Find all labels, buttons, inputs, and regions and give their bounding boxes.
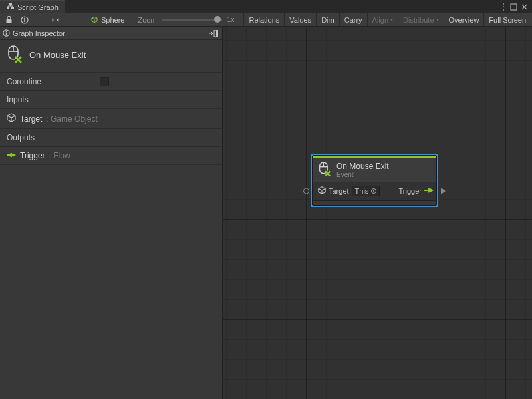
window-controls: ⋮: [495, 0, 532, 13]
output-type: : Flow: [49, 151, 70, 160]
tab-script-graph[interactable]: Script Graph: [0, 0, 65, 13]
toolbar-btn-carry[interactable]: Carry: [339, 13, 367, 26]
object-label: Sphere: [101, 16, 124, 24]
node-title-block: On Mouse Exit: [0, 40, 222, 73]
object-picker-icon[interactable]: [371, 188, 376, 194]
property-label: Coroutine: [7, 77, 93, 86]
info-button[interactable]: [17, 14, 32, 26]
maximize-icon[interactable]: [509, 3, 518, 11]
input-type: : Game Object: [46, 114, 97, 124]
collapse-button[interactable]: [207, 29, 219, 38]
tab-label: Script Graph: [17, 3, 59, 11]
node-on-mouse-exit[interactable]: On Mouse Exit Event Target This Trigger: [312, 155, 437, 206]
inputs-section-header: Inputs: [0, 91, 222, 109]
flow-arrow-icon: [7, 151, 16, 160]
cube-icon: [7, 113, 16, 124]
svg-point-9: [6, 31, 7, 32]
target-value-text: This: [355, 187, 369, 195]
cube-icon: [318, 186, 326, 196]
more-icon[interactable]: ⋮: [499, 3, 507, 11]
flow-arrow-icon: [424, 187, 434, 195]
node-footer: [313, 200, 436, 205]
toolbar: Sphere Zoom 1x Relations Values Dim Carr…: [0, 13, 532, 27]
canvas-grid: [223, 27, 532, 399]
node-output-label: Trigger: [399, 187, 422, 195]
zoom-value: 1x: [227, 16, 235, 23]
svg-rect-4: [6, 19, 11, 23]
tab-bar: Script Graph ⋮: [0, 0, 532, 13]
toolbar-btn-dim[interactable]: Dim: [316, 13, 339, 26]
toolbar-btn-distribute[interactable]: Distribute▾: [398, 13, 443, 26]
object-selector[interactable]: Sphere: [85, 14, 130, 26]
node-title: On Mouse Exit: [29, 50, 86, 60]
zoom-slider[interactable]: [162, 19, 222, 21]
frame-button[interactable]: [48, 14, 63, 26]
output-row-trigger: Trigger : Flow: [0, 147, 222, 165]
close-icon[interactable]: [520, 3, 529, 11]
toolbar-btn-values[interactable]: Values: [284, 13, 316, 26]
coroutine-checkbox[interactable]: [100, 77, 109, 86]
zoom-thumb[interactable]: [214, 16, 221, 23]
mouse-exit-icon: [318, 162, 331, 178]
svg-rect-3: [511, 4, 517, 10]
toolbar-btn-overview[interactable]: Overview: [444, 13, 484, 26]
output-name: Trigger: [20, 151, 45, 160]
node-header-row[interactable]: On Mouse Exit Event: [313, 158, 436, 182]
input-row-target: Target : Game Object: [0, 109, 222, 129]
property-row-coroutine: Coroutine: [0, 73, 222, 91]
info-icon: [3, 29, 10, 37]
mouse-exit-icon: [7, 45, 23, 65]
input-name: Target: [20, 114, 42, 124]
node-input-label: Target: [329, 187, 349, 195]
toolbar-btn-fullscreen[interactable]: Full Screen: [483, 13, 531, 26]
input-port[interactable]: [303, 188, 309, 194]
svg-rect-2: [11, 7, 14, 9]
graph-canvas[interactable]: On Mouse Exit Event Target This Trigger: [223, 27, 532, 399]
svg-point-6: [24, 17, 25, 19]
svg-rect-0: [9, 3, 12, 5]
node-subtitle-text: Event: [336, 171, 389, 178]
inspector-header: Graph Inspector: [0, 27, 222, 40]
target-value-field[interactable]: This: [352, 186, 380, 196]
svg-rect-1: [7, 7, 9, 9]
toolbar-btn-relations[interactable]: Relations: [243, 13, 284, 26]
inspector-title: Graph Inspector: [13, 29, 65, 37]
toolbar-right: Relations Values Dim Carry Align▾ Distri…: [243, 13, 531, 26]
node-body: Target This Trigger: [313, 182, 436, 200]
zoom-label: Zoom: [138, 16, 156, 24]
toolbar-btn-align[interactable]: Align▾: [367, 13, 398, 26]
outputs-section-header: Outputs: [0, 129, 222, 147]
node-title-text: On Mouse Exit: [336, 162, 389, 171]
chevron-down-icon: ▾: [390, 17, 393, 23]
chevron-down-icon: ▾: [436, 17, 439, 23]
graph-inspector-panel: Graph Inspector On Mouse Exit Coroutine: [0, 27, 223, 399]
svg-rect-10: [6, 33, 7, 35]
output-port[interactable]: [441, 188, 446, 194]
svg-rect-7: [24, 19, 25, 22]
svg-rect-12: [216, 30, 218, 37]
lock-button[interactable]: [1, 14, 16, 26]
hierarchy-icon: [7, 3, 14, 11]
